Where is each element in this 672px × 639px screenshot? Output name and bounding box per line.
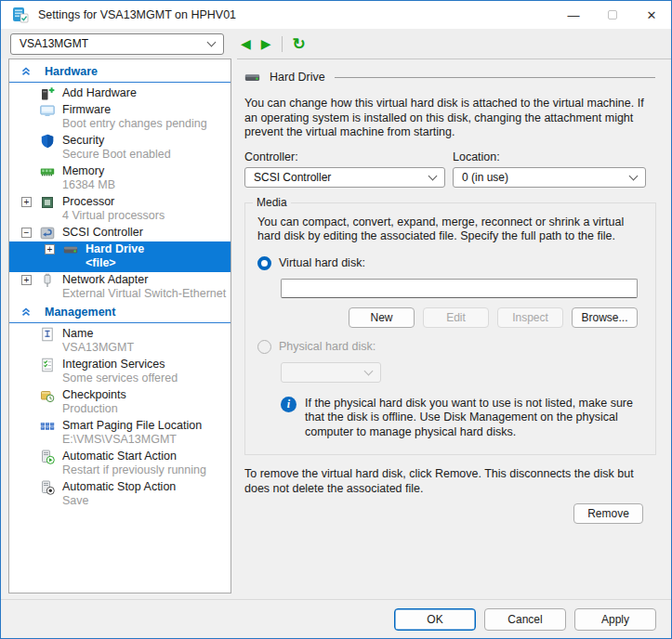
dialog-footer: OK Cancel Apply <box>1 599 671 638</box>
sidebar-item-status: E:\VMS\VSA13MGMT <box>62 433 229 447</box>
firmware-icon <box>40 103 55 118</box>
sidebar-item-status: <file> <box>86 256 229 270</box>
sidebar-item-label: Smart Paging File Location <box>62 419 229 433</box>
shield-icon <box>40 134 55 149</box>
hard-drive-icon <box>63 242 78 257</box>
hardware-section-header[interactable]: Hardware <box>9 62 231 83</box>
sidebar-item-status: External Virtual Switch-Ethernet <box>62 287 229 301</box>
expand-toggle[interactable]: + <box>45 244 55 254</box>
ok-button[interactable]: OK <box>394 608 476 631</box>
page-title: Hard Drive <box>270 71 325 84</box>
sidebar-item-auto-stop[interactable]: Automatic Stop Action Save <box>9 479 231 510</box>
physical-hard-disk-label: Physical hard disk: <box>279 340 376 353</box>
virtual-hard-disk-label: Virtual hard disk: <box>279 256 365 269</box>
physical-disk-info-text: If the physical hard disk you want to us… <box>305 397 646 440</box>
checkpoints-icon <box>40 388 55 403</box>
edit-button: Edit <box>423 307 489 328</box>
sidebar-item-label: Processor <box>62 195 229 209</box>
sidebar-item-label: Security <box>62 134 229 148</box>
location-label: Location: <box>453 150 646 163</box>
vhd-path-input[interactable] <box>281 279 638 298</box>
sidebar-item-label: Automatic Start Action <box>62 450 229 463</box>
apply-button[interactable]: Apply <box>574 608 656 631</box>
virtual-hard-disk-radio[interactable] <box>257 256 271 270</box>
sidebar-item-status: VSA13MGMT <box>62 341 229 355</box>
smart-paging-icon <box>40 419 55 434</box>
location-dropdown[interactable]: 0 (in use) <box>453 167 646 188</box>
sidebar-item-status: 4 Virtual processors <box>62 209 229 223</box>
sidebar-item-label: Integration Services <box>62 358 229 372</box>
memory-icon <box>40 164 55 179</box>
sidebar-item-status: Secure Boot enabled <box>62 148 229 162</box>
header-rule <box>335 77 655 78</box>
window-title: Settings for VSA13MGMT on HPHV01 <box>38 8 236 21</box>
vm-selector-value: VSA13MGMT <box>20 37 88 50</box>
expand-toggle[interactable]: + <box>21 197 32 207</box>
maximize-icon <box>608 10 617 20</box>
automatic-start-icon <box>40 450 55 464</box>
maximize-button <box>593 1 632 29</box>
sidebar-item-memory[interactable]: Memory 16384 MB <box>9 163 231 194</box>
sidebar-item-label: Hard Drive <box>86 242 229 256</box>
sidebar-item-processor[interactable]: + Processor 4 Virtual processors <box>9 194 231 225</box>
hardware-section-title: Hardware <box>45 65 98 78</box>
remove-note-text: To remove the virtual hard disk, click R… <box>244 467 655 496</box>
chevron-down-icon <box>629 171 639 180</box>
navigate-forward-button[interactable]: ▶ <box>261 37 271 50</box>
sidebar-item-name[interactable]: Name VSA13MGMT <box>9 326 231 357</box>
sidebar-item-network-adapter[interactable]: + Network Adapter External Virtual Switc… <box>9 272 231 303</box>
add-hardware-icon <box>40 86 55 101</box>
vm-selector-dropdown[interactable]: VSA13MGMT <box>10 33 224 55</box>
sidebar-item-label: Automatic Stop Action <box>62 480 229 494</box>
sidebar-item-firmware[interactable]: Firmware Boot entry changes pending <box>9 102 231 133</box>
settings-dialog: Settings for VSA13MGMT on HPHV01 — ✕ VSA… <box>0 0 672 639</box>
refresh-button[interactable]: ↻ <box>293 36 306 52</box>
sidebar-item-label: Add Hardware <box>62 86 229 100</box>
controller-dropdown-value: SCSI Controller <box>254 171 331 184</box>
sidebar-item-label: SCSI Controller <box>62 226 229 240</box>
processor-icon <box>40 195 55 210</box>
expand-toggle[interactable]: + <box>21 275 32 285</box>
management-section-title: Management <box>45 306 115 319</box>
sidebar-item-add-hardware[interactable]: Add Hardware <box>9 85 231 102</box>
collapse-chevron-icon <box>21 307 31 317</box>
hard-drive-icon <box>244 70 260 85</box>
cancel-button[interactable]: Cancel <box>484 608 566 631</box>
controller-dropdown[interactable]: SCSI Controller <box>244 167 445 188</box>
browse-button[interactable]: Browse... <box>572 307 638 328</box>
chevron-down-icon <box>428 171 438 180</box>
chevron-down-icon <box>364 366 374 375</box>
sidebar-item-hard-drive[interactable]: + Hard Drive <file> <box>9 241 231 272</box>
navigate-back-button[interactable]: ◀ <box>241 37 251 50</box>
sidebar-item-auto-start[interactable]: Automatic Start Action Restart if previo… <box>9 449 231 479</box>
remove-button[interactable]: Remove <box>573 503 643 524</box>
collapse-chevron-icon <box>21 67 31 76</box>
sidebar-item-scsi-controller[interactable]: − SCSI Controller <box>9 225 231 241</box>
physical-disk-dropdown <box>281 362 381 383</box>
collapse-toggle[interactable]: − <box>21 228 32 238</box>
info-icon: i <box>281 397 296 412</box>
network-adapter-icon <box>40 273 55 288</box>
close-button[interactable]: ✕ <box>632 1 671 29</box>
inspect-button: Inspect <box>497 307 563 328</box>
integration-services-icon <box>40 358 55 372</box>
management-section-header[interactable]: Management <box>9 303 231 323</box>
sidebar-item-security[interactable]: Security Secure Boot enabled <box>9 133 231 163</box>
title-bar: Settings for VSA13MGMT on HPHV01 — ✕ <box>1 1 671 29</box>
sidebar-item-integration-services[interactable]: Integration Services Some services offer… <box>9 357 231 387</box>
panel-intro-text: You can change how this virtual hard dis… <box>244 97 655 140</box>
sidebar-item-label: Checkpoints <box>62 388 229 402</box>
controller-label: Controller: <box>244 150 445 163</box>
sidebar-item-label: Name <box>62 327 229 341</box>
automatic-stop-icon <box>40 480 55 495</box>
new-button[interactable]: New <box>349 307 415 328</box>
sidebar-item-checkpoints[interactable]: Checkpoints Production <box>9 387 231 418</box>
minimize-button[interactable]: — <box>554 1 593 29</box>
sidebar-item-status: Save <box>62 494 229 508</box>
sidebar-item-status: Boot entry changes pending <box>62 117 229 131</box>
sidebar-item-smart-paging[interactable]: Smart Paging File Location E:\VMS\VSA13M… <box>9 418 231 449</box>
hard-drive-settings-panel: Hard Drive You can change how this virtu… <box>237 59 671 599</box>
location-dropdown-value: 0 (in use) <box>462 171 508 184</box>
toolbar-separator <box>282 36 283 52</box>
name-icon <box>40 327 55 342</box>
